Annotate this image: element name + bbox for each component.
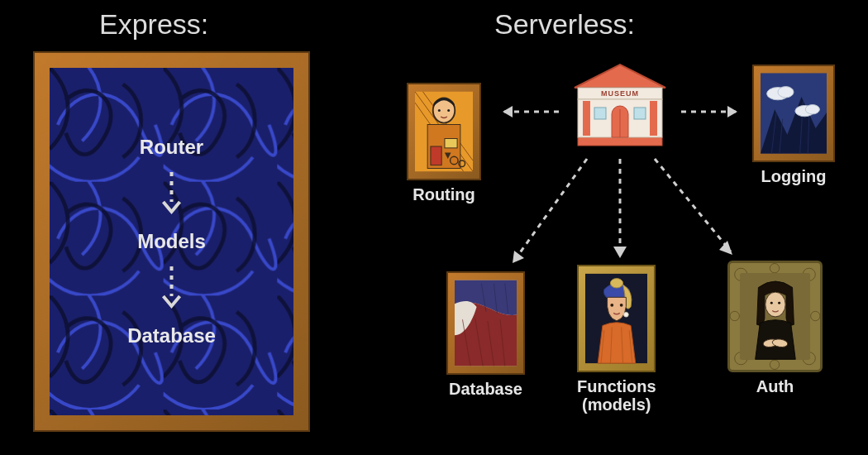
routing-frame	[407, 83, 481, 180]
auth-node: Auth	[727, 261, 823, 395]
svg-point-28	[438, 109, 441, 112]
svg-marker-14	[503, 106, 513, 117]
museum-hub-icon: MUSEUM	[566, 60, 674, 151]
svg-rect-31	[431, 146, 441, 165]
svg-rect-12	[634, 108, 646, 119]
svg-marker-22	[719, 241, 732, 255]
svg-point-66	[770, 264, 779, 273]
logging-label: Logging	[752, 167, 835, 185]
express-painting-canvas: Router Models Database	[50, 68, 293, 415]
svg-point-67	[770, 360, 779, 369]
routing-art-icon	[415, 91, 473, 172]
svg-rect-8	[583, 101, 590, 136]
svg-point-44	[805, 105, 819, 114]
museum-hub-label: MUSEUM	[601, 89, 639, 98]
express-database-label: Database	[50, 324, 293, 347]
routing-node: Routing	[407, 83, 481, 204]
functions-node: Functions (models)	[577, 265, 656, 414]
svg-rect-32	[445, 139, 457, 148]
database-art-icon	[455, 280, 517, 366]
svg-line-17	[513, 159, 587, 263]
functions-frame	[577, 265, 656, 372]
svg-point-68	[730, 311, 739, 320]
logging-frame	[752, 65, 835, 162]
express-painting-frame: Router Models Database	[33, 51, 310, 432]
svg-rect-9	[650, 101, 657, 136]
svg-point-42	[778, 87, 794, 98]
svg-point-57	[624, 312, 629, 317]
svg-point-73	[778, 302, 780, 304]
serverless-title: Serverless:	[494, 8, 635, 41]
svg-point-29	[447, 109, 450, 112]
svg-point-71	[765, 292, 785, 317]
functions-label: Functions (models)	[577, 377, 656, 414]
svg-line-21	[655, 159, 731, 251]
svg-marker-4	[575, 65, 665, 88]
svg-point-72	[770, 302, 773, 304]
svg-rect-6	[578, 137, 662, 146]
auth-frame	[727, 261, 823, 372]
svg-marker-16	[727, 106, 737, 117]
svg-marker-20	[613, 247, 627, 258]
arrow-down-icon	[160, 263, 184, 311]
logging-node: Logging	[752, 65, 835, 185]
express-router-label: Router	[50, 136, 293, 159]
functions-art-icon	[585, 273, 647, 364]
svg-point-55	[611, 304, 614, 307]
database-node: Database	[446, 271, 525, 398]
auth-art-icon	[740, 273, 810, 360]
arrow-down-icon	[160, 169, 184, 217]
database-label: Database	[446, 380, 525, 398]
svg-point-56	[620, 304, 623, 307]
svg-point-54	[611, 279, 623, 288]
svg-marker-18	[513, 251, 524, 263]
express-stack: Router Models Database	[50, 129, 293, 354]
auth-label: Auth	[727, 377, 823, 395]
logging-art-icon	[761, 73, 827, 154]
svg-point-69	[811, 311, 820, 320]
express-title: Express:	[99, 8, 208, 41]
svg-rect-11	[594, 108, 606, 119]
routing-label: Routing	[407, 185, 481, 204]
database-frame	[446, 271, 525, 375]
express-models-label: Models	[50, 230, 293, 253]
